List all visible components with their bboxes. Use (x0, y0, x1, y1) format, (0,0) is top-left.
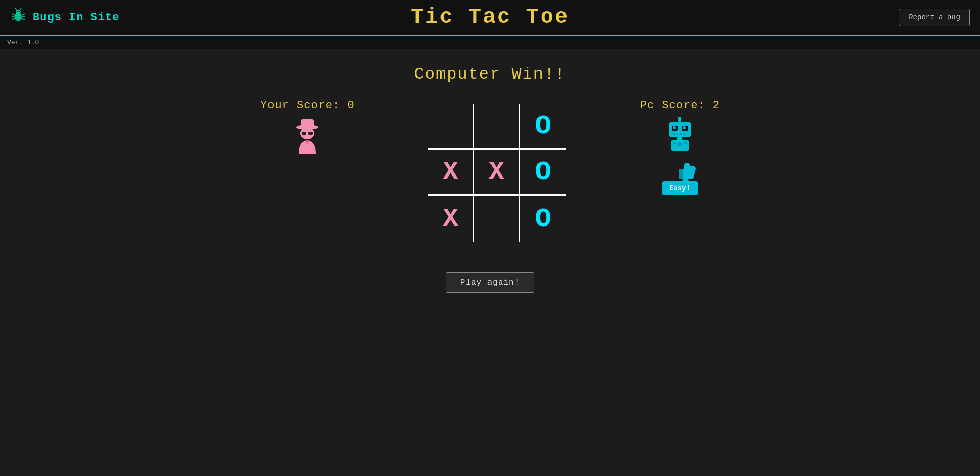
play-again-button[interactable]: Play again! (446, 272, 535, 293)
svg-line-5 (20, 8, 21, 10)
svg-rect-18 (308, 132, 313, 135)
svg-point-2 (17, 11, 18, 12)
svg-rect-29 (673, 133, 675, 135)
pc-avatar (663, 117, 697, 152)
svg-line-20 (300, 133, 302, 133)
game-status: Computer Win!! (414, 65, 566, 84)
scores-row: Your Score: 0 (260, 99, 720, 242)
player-avatar (291, 117, 323, 154)
svg-rect-30 (676, 133, 678, 135)
pc-score: Pc Score: 2 (640, 99, 720, 112)
svg-rect-15 (301, 119, 314, 128)
bug-icon (10, 7, 27, 28)
difficulty-badge: Easy! (662, 181, 698, 195)
main-content: Computer Win!! Your Score: 0 (0, 49, 980, 293)
site-title: Bugs In Site (33, 11, 119, 24)
svg-point-35 (678, 142, 682, 146)
board-cell-4[interactable]: X (474, 150, 520, 196)
svg-point-1 (16, 10, 21, 14)
player-score: Your Score: 0 (260, 99, 355, 112)
player-side: Your Score: 0 (260, 99, 355, 154)
board-cell-7[interactable] (474, 196, 520, 242)
board-container: OXXOXO (428, 99, 566, 242)
svg-line-11 (22, 18, 24, 20)
svg-rect-32 (683, 133, 685, 135)
board-cell-3[interactable]: X (428, 150, 474, 196)
svg-point-28 (683, 126, 686, 129)
game-board[interactable]: OXXOXO (428, 104, 566, 242)
board-cell-0[interactable] (428, 104, 474, 150)
svg-line-4 (15, 8, 17, 10)
page-title: Tic Tac Toe (411, 5, 569, 30)
pc-side: Pc Score: 2 (640, 99, 720, 195)
svg-line-9 (22, 14, 24, 15)
svg-rect-17 (302, 132, 306, 135)
svg-rect-33 (677, 137, 682, 140)
board-cell-1[interactable] (474, 104, 520, 150)
svg-point-3 (19, 11, 20, 12)
board-cell-5[interactable]: O (520, 150, 566, 196)
svg-line-21 (313, 133, 314, 133)
header: Bugs In Site Tic Tac Toe Report a bug (0, 0, 980, 36)
svg-rect-37 (684, 142, 687, 144)
header-left: Bugs In Site (10, 7, 119, 28)
svg-point-27 (673, 126, 676, 129)
board-cell-2[interactable]: O (520, 104, 566, 150)
board-cell-6[interactable]: X (428, 196, 474, 242)
svg-line-6 (12, 14, 15, 15)
svg-rect-36 (673, 142, 676, 144)
svg-line-8 (12, 18, 15, 20)
board-cell-8[interactable]: O (520, 196, 566, 242)
version-label: Ver. 1.0 (0, 36, 980, 49)
report-bug-button[interactable]: Report a bug (899, 9, 970, 26)
svg-rect-31 (680, 133, 682, 135)
